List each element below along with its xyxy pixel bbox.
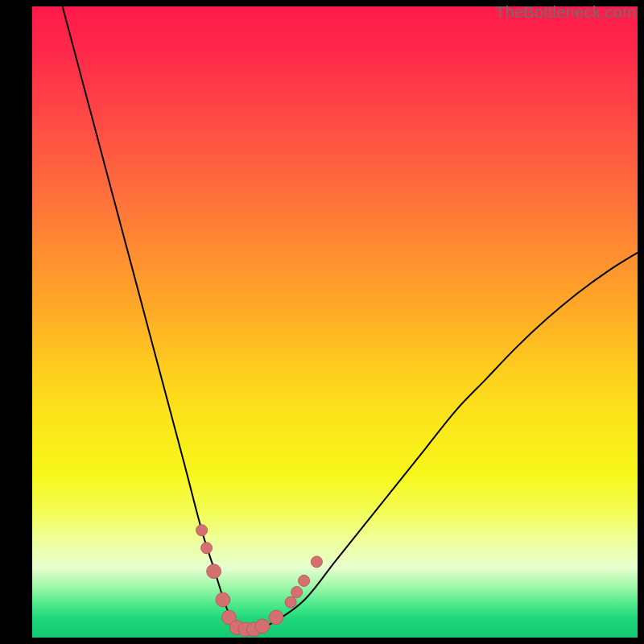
marker-dot <box>299 575 310 586</box>
watermark-text: TheBottleneck.com <box>495 3 636 22</box>
marker-dot <box>255 619 270 634</box>
marker-dot <box>311 556 322 568</box>
chart-stage: TheBottleneck.com <box>0 0 644 644</box>
marker-dot <box>285 597 296 608</box>
marker-dot <box>201 543 213 554</box>
markers <box>196 525 323 637</box>
marker-dot <box>196 525 208 536</box>
marker-dot <box>291 587 303 598</box>
marker-dot <box>207 564 221 579</box>
plot-area <box>32 6 638 638</box>
marker-layer <box>32 6 638 638</box>
marker-dot <box>216 592 230 607</box>
marker-dot <box>269 610 283 625</box>
